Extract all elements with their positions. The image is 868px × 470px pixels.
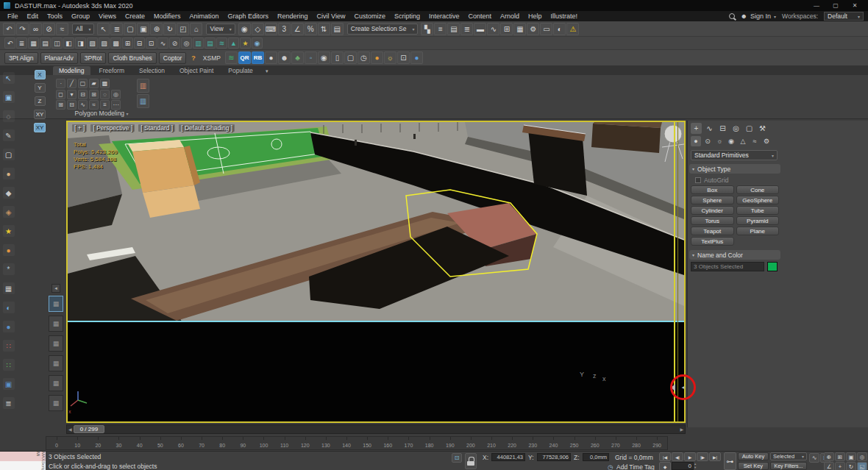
shrink-icon[interactable]: ⊟ (67, 100, 77, 110)
create-tab-icon[interactable]: + (691, 123, 702, 134)
element-mode-icon[interactable]: ▩ (100, 79, 110, 88)
key-mode-toggle[interactable]: ◆ (659, 462, 671, 470)
viewport-label-segment[interactable]: [ + ] (72, 124, 87, 132)
zoom-extents-icon[interactable]: ▣ (846, 452, 856, 461)
menu-item[interactable]: Edit (23, 13, 43, 20)
ribbon-config-icon[interactable]: ▾ (262, 67, 272, 75)
render-icon[interactable]: ◐ (553, 23, 566, 35)
blue-square-icon[interactable]: ▣ (3, 378, 15, 390)
percent-snap-icon[interactable]: % (305, 23, 317, 35)
ribbon-tab[interactable]: Modeling (53, 66, 90, 75)
object-color-swatch[interactable] (767, 262, 778, 271)
y-coordinate-field[interactable]: 77528,906 (537, 453, 571, 461)
axis-constraint-button[interactable]: XY (34, 123, 46, 132)
frame-spinner[interactable]: ▴ ▾ (694, 462, 696, 470)
sphere-icon[interactable]: ● (265, 51, 277, 64)
viewport-layout-tab[interactable]: ▦ (49, 395, 63, 411)
menu-item[interactable]: Interactive (424, 13, 464, 20)
menu-item[interactable]: Content (463, 13, 496, 20)
shapes-category-icon[interactable]: ⊙ (702, 136, 713, 146)
viewport-label-segment[interactable]: [ Default Shading ] (179, 124, 235, 132)
named-sets-icon[interactable]: ▤ (331, 23, 344, 35)
pin-stack-icon[interactable]: ▾ (67, 90, 77, 99)
ribbon-tab[interactable]: Object Paint (174, 66, 219, 75)
blue-sphere-icon[interactable]: ● (410, 51, 423, 64)
tan-sphere-icon[interactable]: ● (3, 168, 15, 179)
dense-grid-icon[interactable]: ▩ (110, 38, 121, 49)
track-bar[interactable]: 0102030405060708090100110120130140150160… (46, 436, 668, 450)
key-filters-button[interactable]: Key Filters... (770, 462, 807, 470)
grid-box-icon[interactable]: ▦ (3, 282, 15, 294)
perspective-viewport[interactable]: Y z x x [ + ][ Perspective ][ Standard ]… (66, 121, 686, 423)
slider-left-arrow-icon[interactable]: ◀ (67, 427, 74, 432)
scene-explorer-icon[interactable]: ▤ (447, 23, 460, 35)
ribbon-tab[interactable]: Selection (133, 66, 171, 75)
lasso-tool-icon[interactable]: ◌ (3, 110, 15, 122)
geometry-category-icon[interactable]: ● (691, 136, 701, 146)
helpers-category-icon[interactable]: △ (738, 136, 748, 146)
polygon-modeling-dropdown[interactable]: Polygon Modeling ▾ (57, 110, 146, 117)
reference-coordinate-dropdown[interactable]: View▾ (206, 24, 235, 35)
snaps-toggle-icon[interactable]: 3 (278, 23, 291, 35)
primitive-button[interactable]: Box (691, 185, 734, 194)
border-mode-icon[interactable]: ▢ (78, 79, 88, 88)
redo-icon[interactable]: ↷ (16, 23, 29, 35)
autogrid-checkbox[interactable] (695, 177, 701, 183)
menu-item[interactable]: Create (121, 13, 149, 20)
primitive-button[interactable]: Torus (691, 216, 734, 225)
curve-editor-icon[interactable]: ∿ (487, 23, 499, 35)
align-icon[interactable]: ≡ (434, 23, 447, 35)
tree-icon[interactable]: ♣ (291, 51, 304, 64)
bind-to-space-warp-icon[interactable]: ≈ (56, 23, 68, 35)
utilities-tab-icon[interactable]: ⚒ (757, 123, 768, 134)
fov-icon[interactable]: ∠ (824, 462, 834, 470)
menu-item[interactable]: Group (67, 13, 94, 20)
mirror-icon[interactable]: ▚ (421, 23, 433, 35)
explorer-table-icon[interactable]: ▤ (40, 38, 51, 49)
curve-tool-icon[interactable]: ∿ (157, 38, 168, 49)
prev-frame-button[interactable]: ◀| (672, 452, 683, 461)
search-icon[interactable] (729, 13, 735, 19)
axis-constraint-button[interactable]: Y (35, 83, 46, 93)
ribbon-toggle-icon[interactable]: ▬ (474, 23, 486, 35)
select-and-place-icon[interactable]: ⌂ (190, 23, 202, 35)
keyboard-override-icon[interactable]: ⌨ (265, 23, 277, 35)
relax-icon[interactable]: ≈ (89, 100, 99, 110)
red-dots-icon[interactable]: ∷ (3, 340, 15, 352)
window-crossing-icon[interactable]: ▣ (137, 23, 149, 35)
person-icon[interactable]: ☻ (278, 51, 291, 64)
goto-end-button[interactable]: ▶| (709, 452, 721, 461)
set-keys-button[interactable]: ⊶ (724, 452, 736, 470)
maximize-button[interactable]: ▢ (826, 1, 845, 10)
monitor-icon[interactable]: ⊡ (397, 51, 410, 64)
menu-item[interactable]: Animation (185, 13, 223, 20)
name-color-rollout[interactable]: ▾ Name and Color (689, 250, 780, 260)
goto-start-button[interactable]: |◀ (659, 452, 671, 461)
viewport-layout-tab[interactable]: ▦ (49, 355, 63, 371)
isolate-selection-icon[interactable]: ⊡ (452, 453, 462, 463)
select-by-name-icon[interactable]: ≣ (110, 23, 123, 35)
blue-ball-icon[interactable]: ● (3, 321, 15, 332)
slider-right-arrow-icon[interactable]: ▶ (678, 427, 685, 432)
add-time-tag[interactable]: Add Time Tag (616, 463, 655, 470)
civil-road-icon[interactable]: ≋ (216, 38, 227, 49)
primitive-button[interactable]: Plane (736, 227, 780, 235)
primitive-button[interactable]: Tube (736, 206, 780, 215)
unlink-selection-icon[interactable]: ⊘ (43, 23, 55, 35)
script-button[interactable]: 3PRot (80, 52, 107, 64)
menu-item[interactable]: Civil View (313, 13, 350, 20)
time-slider-handle[interactable]: 0 / 299 (74, 425, 104, 433)
select-and-rotate-icon[interactable]: ↻ (163, 23, 176, 35)
axis-constraint-button[interactable]: XY (34, 110, 46, 119)
schematic-view-icon[interactable]: ⊞ (500, 23, 513, 35)
select-and-scale-icon[interactable]: ◰ (177, 23, 189, 35)
pan-icon[interactable]: + (835, 462, 845, 470)
layer-explorer-icon[interactable]: ≣ (460, 23, 473, 35)
brush-icon[interactable]: ◈ (3, 206, 15, 218)
object-type-rollout[interactable]: ▾ Object Type (689, 164, 780, 174)
split-view-icon[interactable]: ◫ (51, 38, 63, 49)
viewport-layout-tab[interactable]: ▦ (49, 375, 63, 391)
undo-icon[interactable]: ↶ (3, 23, 15, 35)
mini-curve-editor-icon[interactable]: ∿ (809, 453, 819, 463)
target-icon[interactable]: ◎ (181, 38, 192, 49)
